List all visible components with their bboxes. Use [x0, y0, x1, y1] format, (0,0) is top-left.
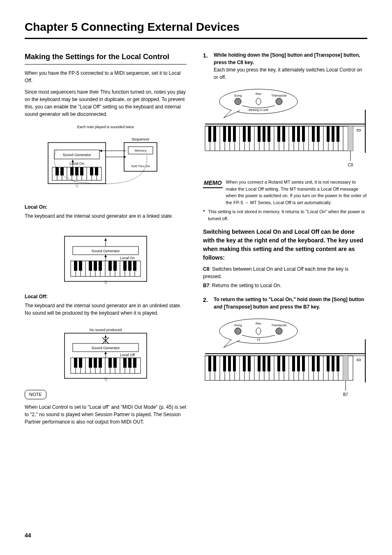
local-on-label: Local On:: [25, 203, 187, 211]
svg-rect-171: [357, 359, 360, 361]
svg-rect-153: [312, 126, 315, 142]
svg-rect-155: [327, 126, 330, 142]
svg-rect-218: [312, 356, 315, 371]
figure-sequencer-loop: Sound Generator Local On ☟ Sequencer Mem…: [25, 122, 187, 196]
svg-point-163: [256, 328, 261, 334]
step-number: 2.: [203, 296, 210, 311]
svg-rect-209: [248, 356, 251, 371]
svg-rect-144: [248, 126, 251, 142]
svg-text:Each note played is sounded tw: Each note played is sounded twice: [77, 125, 134, 129]
svg-rect-212: [267, 356, 270, 371]
svg-point-96: [235, 98, 241, 105]
svg-text:Rec: Rec: [256, 322, 261, 325]
step-1: 1. While holding down the [Song] button …: [203, 51, 367, 81]
svg-rect-142: [233, 126, 236, 142]
figure-local-on: Sound Generator ☟ Local On: [25, 224, 187, 286]
figure-keyboard-b7: Song Rec Lit Transpose: [203, 315, 367, 401]
svg-rect-56: [133, 261, 136, 271]
svg-point-166: [276, 328, 282, 334]
svg-rect-222: [337, 356, 339, 371]
svg-rect-206: [228, 356, 231, 371]
svg-text:Memory: Memory: [135, 149, 147, 152]
figure-local-off: Sound Generator ☟ Local Off No sound pro…: [25, 321, 187, 382]
svg-rect-78: [74, 358, 77, 368]
svg-rect-15: [60, 167, 64, 175]
svg-text:Soft Thru On: Soft Thru On: [131, 164, 150, 168]
svg-rect-106: [357, 129, 360, 131]
svg-rect-204: [213, 356, 216, 371]
svg-rect-55: [128, 261, 131, 271]
svg-text:No sound produced: No sound produced: [90, 328, 122, 332]
svg-rect-214: [282, 356, 285, 371]
svg-rect-202: [343, 356, 348, 380]
svg-point-161: [235, 328, 241, 334]
svg-rect-137: [348, 126, 353, 151]
svg-rect-219: [317, 356, 320, 371]
svg-rect-79: [79, 358, 82, 368]
svg-rect-215: [292, 356, 295, 371]
svg-rect-152: [302, 126, 305, 142]
key-text: : Returns the setting to Local On.: [209, 283, 281, 288]
svg-rect-20: [95, 167, 98, 175]
svg-rect-205: [223, 356, 226, 371]
section-heading: Making the Settings for the Local Contro…: [25, 51, 187, 64]
svg-rect-213: [277, 356, 280, 371]
svg-point-98: [256, 98, 261, 105]
svg-rect-19: [90, 167, 93, 175]
svg-rect-157: [337, 126, 339, 142]
svg-rect-210: [258, 356, 261, 371]
step-number: 1.: [203, 51, 210, 81]
step-2: 2. To return the setting to "Local On," …: [203, 296, 367, 311]
svg-text:Sound Generator: Sound Generator: [62, 153, 91, 157]
step-title: While holding down the [Song] button and…: [214, 51, 367, 66]
svg-text:Lit: Lit: [257, 338, 260, 341]
svg-rect-14: [55, 167, 59, 175]
svg-rect-139: [213, 126, 216, 142]
svg-text:Sound Generator: Sound Generator: [91, 249, 120, 253]
left-column: Making the Settings for the Local Contro…: [25, 51, 187, 430]
svg-text:Song: Song: [234, 323, 242, 327]
title-rule: [25, 38, 367, 39]
local-off-label: Local Off:: [25, 293, 187, 300]
svg-rect-146: [263, 126, 265, 142]
paragraph: Since most sequencers have their Thru fu…: [25, 88, 187, 118]
svg-rect-217: [302, 356, 305, 371]
chapter-title: Chapter 5 Connecting External Devices: [25, 21, 367, 34]
key-text: : Switches between Local On and Local Of…: [203, 266, 348, 279]
asterisk-note: This setting is not stored in memory. It…: [203, 208, 367, 222]
svg-rect-85: [123, 358, 127, 368]
svg-text:Local On: Local On: [69, 161, 84, 166]
svg-rect-148: [277, 126, 280, 142]
svg-rect-203: [208, 356, 211, 371]
svg-rect-208: [243, 356, 246, 371]
step-title: To return the setting to "Local On," hol…: [214, 296, 367, 311]
svg-rect-207: [233, 356, 236, 371]
svg-text:☟: ☟: [75, 182, 78, 189]
svg-rect-16: [70, 167, 74, 175]
svg-text:B7: B7: [343, 392, 348, 397]
svg-rect-149: [282, 126, 285, 142]
key-name: C8: [203, 266, 209, 272]
note-text: When Local Control is set to "Local off"…: [25, 403, 187, 426]
svg-rect-221: [332, 356, 334, 371]
svg-rect-138: [208, 126, 211, 142]
svg-text:Rec: Rec: [256, 92, 261, 96]
svg-text:Transpose: Transpose: [271, 94, 287, 97]
svg-rect-147: [267, 126, 270, 142]
paragraph: The keyboard and the internal sound gene…: [25, 302, 187, 317]
svg-rect-211: [263, 356, 265, 371]
svg-text:Song: Song: [234, 94, 242, 97]
svg-rect-49: [89, 261, 92, 271]
key-name: B7: [203, 283, 209, 288]
paragraph: The keyboard and the internal sound gene…: [25, 212, 187, 220]
svg-rect-18: [80, 167, 83, 175]
svg-text:Transpose: Transpose: [271, 323, 287, 327]
svg-text:☟: ☟: [104, 376, 108, 382]
svg-rect-52: [108, 261, 112, 271]
svg-rect-87: [133, 358, 136, 368]
svg-rect-54: [123, 261, 127, 271]
svg-rect-150: [292, 126, 295, 142]
svg-rect-154: [317, 126, 320, 142]
svg-rect-80: [89, 358, 92, 368]
right-column: 1. While holding down the [Song] button …: [203, 51, 367, 430]
